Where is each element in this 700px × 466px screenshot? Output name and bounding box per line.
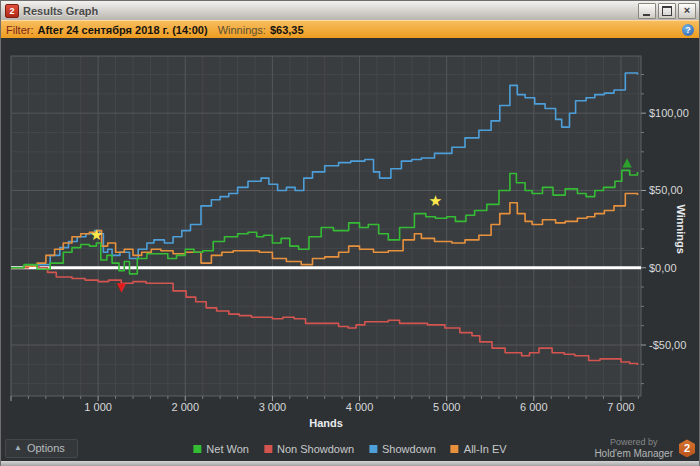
legend-swatch <box>264 445 272 453</box>
y-tick-label: $100,00 <box>649 107 689 119</box>
legend-item-showdown: Showdown <box>369 443 436 455</box>
title-bar: 2 Results Graph × <box>1 1 699 20</box>
results-graph-window: 2 Results Graph × Filter: After 24 сентя… <box>0 0 700 466</box>
y-tick-label: $0,00 <box>649 262 677 274</box>
powered-by-line2: Hold'em Manager <box>594 448 673 459</box>
close-button[interactable]: × <box>678 3 696 19</box>
x-tick-label: 4 000 <box>346 401 374 413</box>
x-tick-label: 6 000 <box>520 401 548 413</box>
triangle-up-marker: ▲ <box>622 155 632 169</box>
minimize-button[interactable] <box>638 3 656 19</box>
results-chart: ★▼★▲1 0002 0003 0004 0005 0006 0007 000$… <box>1 38 699 436</box>
filter-value: After 24 сентября 2018 г. (14:00) <box>38 24 208 36</box>
chart-legend: Net WonNon ShowdownShowdownAll-In EV <box>193 443 506 455</box>
winnings-value: $63,35 <box>270 24 304 36</box>
y-tick-label: -$50,00 <box>649 339 686 351</box>
help-icon[interactable]: ? <box>682 24 694 36</box>
legend-swatch <box>369 445 377 453</box>
powered-by: Powered by Hold'em Manager 2 <box>594 438 695 459</box>
x-tick-label: 7 000 <box>607 401 635 413</box>
legend-item-net-won: Net Won <box>193 443 249 455</box>
legend-label: All-In EV <box>464 443 507 455</box>
x-tick-label: 3 000 <box>259 401 287 413</box>
maximize-icon <box>662 6 672 16</box>
winnings-label: Winnings: <box>218 24 266 36</box>
footer-bar: ▲ Options Net WonNon ShowdownShowdownAll… <box>1 436 699 461</box>
filter-bar: Filter: After 24 сентября 2018 г. (14:00… <box>1 20 699 38</box>
window-bottom-edge <box>1 461 699 466</box>
legend-label: Non Showdown <box>277 443 354 455</box>
x-tick-label: 5 000 <box>433 401 461 413</box>
app-icon: 2 <box>5 4 19 18</box>
y-axis-title: Winnings <box>675 204 687 253</box>
star-marker: ★ <box>90 226 103 244</box>
options-arrow-icon: ▲ <box>14 444 22 452</box>
close-icon: × <box>684 5 690 16</box>
holdem-manager-logo: 2 <box>679 439 695 457</box>
filter-label: Filter: <box>6 24 34 36</box>
x-tick-label: 1 000 <box>84 401 112 413</box>
window-title: Results Graph <box>23 5 638 17</box>
minimize-icon <box>643 14 650 16</box>
maximize-button[interactable] <box>658 3 676 19</box>
legend-item-non-showdown: Non Showdown <box>264 443 354 455</box>
chart-area: ★▼★▲1 0002 0003 0004 0005 0006 0007 000$… <box>1 38 699 436</box>
legend-swatch <box>193 445 201 453</box>
triangle-down-marker: ▼ <box>117 280 127 294</box>
x-tick-label: 2 000 <box>172 401 200 413</box>
legend-item-all-in-ev: All-In EV <box>451 443 507 455</box>
legend-swatch <box>451 445 459 453</box>
star-marker: ★ <box>429 192 442 210</box>
legend-label: Net Won <box>206 443 249 455</box>
options-label: Options <box>27 442 65 454</box>
powered-by-line1: Powered by <box>610 438 658 448</box>
legend-label: Showdown <box>382 443 436 455</box>
options-button[interactable]: ▲ Options <box>5 439 78 458</box>
y-tick-label: $50,00 <box>649 184 683 196</box>
x-axis-title: Hands <box>309 417 343 429</box>
